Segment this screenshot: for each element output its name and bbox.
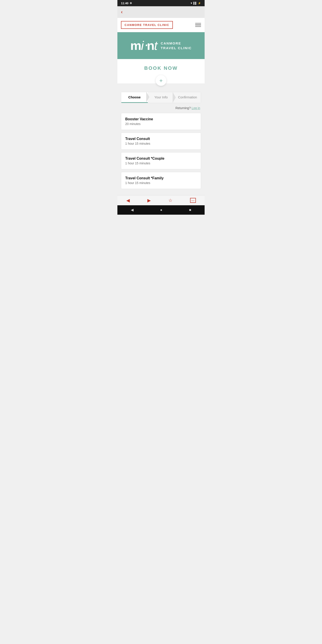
service-card-couple[interactable]: Travel Consult *Couple 1 hour 15 minutes [121,152,201,169]
nav-bar: ‹ [118,6,204,18]
hamburger-line-3 [195,26,201,27]
android-recent-button[interactable]: ■ [189,208,192,212]
returning-row: Returning? Log in [121,106,201,110]
bookmark-button[interactable]: ☆ [168,198,172,203]
add-booking-button[interactable]: + [156,75,166,86]
status-bar-right: ▼ ▌▌ ⚡ [190,2,201,5]
android-back-button[interactable]: ◀ [131,208,134,212]
wifi-icon: ▼ [190,2,193,4]
signal-icon: ▌▌ [194,2,197,4]
status-bar-left: 11:40 ⚙ [121,2,132,5]
site-logo: CANMORE TRAVEL CLINIC [121,21,173,29]
login-link[interactable]: Log in [192,106,200,110]
hero-logo: mi‧nt CANMORE TRAVEL CLINIC [130,39,192,52]
book-now-title: BOOK NOW [118,65,204,71]
android-home-button[interactable]: ● [160,208,162,212]
browser-back-button[interactable]: ◀ [126,198,130,203]
tabs: Choose Your Info Confirmation [121,92,201,103]
service-card-booster[interactable]: Booster Vaccine 20 minutes [121,113,201,130]
status-time: 11:40 [121,2,128,5]
service-duration-couple: 1 hour 15 minutes [125,162,197,165]
hero-banner: mi‧nt CANMORE TRAVEL CLINIC [118,32,204,59]
tab-divider-1 [146,92,149,103]
hamburger-line-1 [195,23,201,24]
bottom-toolbar: ◀ ▶ ☆ ― [118,195,204,205]
hamburger-line-2 [195,24,201,25]
service-duration-travel-consult: 1 hour 15 minutes [125,142,197,145]
book-section: BOOK NOW + [118,59,204,84]
service-card-travel-consult[interactable]: Travel Consult 1 hour 15 minutes [121,132,201,150]
service-name-booster: Booster Vaccine [125,117,197,121]
site-header: CANMORE TRAVEL CLINIC [118,18,204,32]
status-bar: 11:40 ⚙ ▼ ▌▌ ⚡ [118,0,204,6]
service-duration-booster: 20 minutes [125,122,197,126]
service-name-couple: Travel Consult *Couple [125,156,197,160]
service-duration-family: 1 hour 15 minutes [125,181,197,185]
browser-forward-button[interactable]: ▶ [147,198,151,203]
battery-icon: ⚡ [198,2,201,5]
returning-text: Returning? [175,106,191,110]
settings-icon: ⚙ [130,2,132,5]
main-content: Choose Your Info Confirmation Returning?… [118,84,204,195]
hero-clinic-name: CANMORE TRAVEL CLINIC [161,41,192,50]
android-nav-bar: ◀ ● ■ [118,205,204,215]
service-name-travel-consult: Travel Consult [125,137,197,141]
hamburger-menu[interactable] [195,23,201,27]
service-name-family: Travel Consult *Family [125,176,197,180]
back-button[interactable]: ‹ [121,9,122,15]
tab-choose[interactable]: Choose [121,92,148,103]
tab-divider-2 [173,92,176,103]
hero-mint-text: mi‧nt [130,39,157,52]
browser-menu-button[interactable]: ― [190,198,196,203]
tab-your-info[interactable]: Your Info [148,92,174,103]
service-card-family[interactable]: Travel Consult *Family 1 hour 15 minutes [121,172,201,189]
tab-confirmation[interactable]: Confirmation [174,92,201,103]
